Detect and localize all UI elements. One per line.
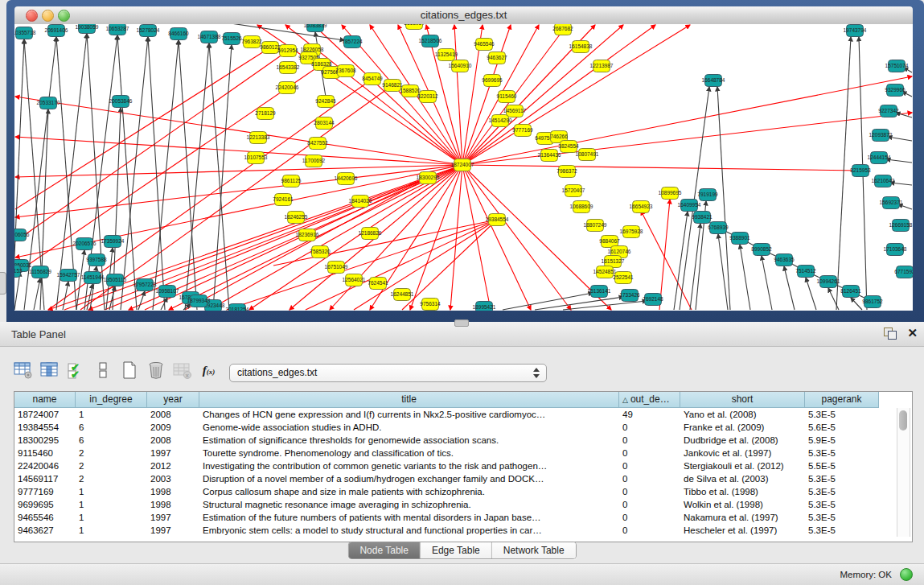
network-edge: [851, 298, 862, 310]
table-scrollbar[interactable]: [897, 408, 910, 537]
network-edge: [784, 266, 795, 310]
network-node-label: 11156829: [29, 269, 51, 274]
network-node-label: 10958107: [156, 288, 179, 294]
network-edge: [117, 35, 137, 310]
table-row[interactable]: 911546021997Tourette syndrome. Phenomeno…: [14, 447, 912, 459]
table-mode-button[interactable]: [13, 360, 33, 381]
network-node-label: 7624541: [368, 280, 388, 286]
network-edge: [15, 47, 270, 209]
table-row[interactable]: 977716911998Corpus callosum shape and si…: [14, 485, 912, 498]
network-node-label: 7986372: [556, 168, 577, 174]
column-header-name[interactable]: name: [14, 392, 76, 408]
network-node-label: 10688609: [570, 204, 593, 209]
cell-short: de Silva et al. (2003): [680, 472, 805, 485]
table-header-row: namein_degreeyeartitle△out_de…shortpager…: [14, 392, 879, 408]
network-node-label: 8813054: [404, 24, 425, 26]
tab-network-table[interactable]: Network Table: [492, 542, 576, 558]
cell-name: 18300295: [14, 434, 76, 447]
table-selector-dropdown[interactable]: citations_edges.txt: [229, 364, 547, 382]
network-edge: [740, 245, 750, 310]
close-panel-icon[interactable]: ✕: [907, 326, 918, 340]
column-header-in_degree[interactable]: in_degree: [76, 392, 147, 408]
cell-out_de: 0: [619, 472, 680, 485]
panel-collapse-grip[interactable]: [0, 272, 6, 295]
table-row[interactable]: 1456911722003Disruption of a novel membe…: [14, 472, 912, 485]
network-edge: [273, 220, 497, 266]
table-scrollbar-thumb[interactable]: [899, 410, 907, 431]
table-row[interactable]: 969969511998Structural magnetic resonanc…: [14, 498, 912, 511]
cell-short: Hescheler et al. (1997): [680, 524, 805, 537]
cell-short: Jankovic et al. (1997): [680, 447, 805, 459]
network-node-label: 8939153: [14, 268, 23, 274]
table-row[interactable]: 1872400712008Changes of HCN gene express…: [14, 408, 912, 421]
create-column-button[interactable]: [119, 360, 139, 381]
row-options-button[interactable]: [92, 360, 113, 381]
cell-pagerank: 5.3E-5: [805, 498, 879, 511]
network-node-label: 1733426: [619, 292, 640, 298]
column-header-short[interactable]: short: [680, 392, 805, 408]
column-header-pagerank[interactable]: pagerank: [805, 392, 879, 408]
delete-table-button[interactable]: x: [172, 360, 192, 381]
network-node-label: 10994261: [817, 278, 840, 284]
table-row[interactable]: 946362711997Embryonic stem cells: a mode…: [14, 524, 912, 537]
memory-status-label: Memory: OK: [840, 570, 892, 579]
cell-year: 1997: [147, 447, 199, 459]
network-node-label: 7585320: [310, 249, 331, 254]
network-node-label: 1588520: [400, 88, 421, 93]
network-node-label: 11451944: [81, 274, 105, 280]
cell-year: 2012: [147, 459, 199, 472]
cell-year: 2009: [147, 421, 199, 434]
cell-pagerank: 5.3E-5: [805, 511, 879, 524]
network-node-label: 2367608: [335, 68, 356, 73]
panel-divider-handle[interactable]: [454, 319, 469, 327]
network-node-label: 9861752: [862, 299, 883, 304]
cell-title: Embryonic stem cells: a model to study s…: [199, 524, 619, 537]
network-node-label: 8427552: [307, 140, 328, 146]
table-row[interactable]: 1830029562008Estimation of significance …: [14, 434, 912, 447]
cell-title: Changes of HCN gene expression and I(f) …: [199, 408, 619, 421]
table-row[interactable]: 1938455462009Genome-wide association stu…: [14, 421, 912, 434]
tab-edge-table[interactable]: Edge Table: [421, 542, 492, 558]
network-node-label: 8220312: [417, 93, 438, 99]
network-node-label: 17359924: [101, 238, 125, 244]
cell-year: 1997: [147, 511, 199, 524]
network-node-label: 20181254: [226, 307, 249, 311]
cell-short: Nakamura et al. (1997): [680, 511, 805, 524]
network-node-label: 746266: [550, 134, 568, 139]
network-node-label: 9699695: [482, 77, 503, 83]
table-row[interactable]: 2242004622012Investigating the contribut…: [14, 459, 912, 472]
network-canvas[interactable]: 1872400718300295193845541035571820691406…: [14, 24, 913, 311]
float-panel-icon[interactable]: [884, 328, 897, 340]
cell-name: 18724007: [14, 408, 76, 421]
network-node-label: 16120746: [608, 249, 631, 254]
column-header-out_de[interactable]: △out_de…: [619, 392, 680, 408]
network-node-label: 16210643: [872, 178, 895, 183]
network-node-label: 19038059: [76, 24, 99, 30]
table-toolbar: ✔✔ x f(x): [13, 359, 219, 381]
network-edge: [402, 220, 497, 310]
table-row[interactable]: 946554611997Estimation of the future num…: [14, 511, 912, 524]
network-node-label: 7919199: [697, 192, 718, 197]
show-columns-button[interactable]: [39, 360, 60, 381]
function-builder-button[interactable]: f(x): [199, 360, 219, 381]
network-window-titlebar[interactable]: citations_edges.txt: [14, 6, 913, 25]
network-node-label: 10899695: [659, 190, 682, 196]
memory-status-led[interactable]: [900, 568, 913, 581]
column-header-year[interactable]: year: [147, 392, 199, 408]
network-node-label: 15136141: [588, 288, 611, 294]
network-edge: [462, 165, 531, 310]
network-node-label: 7963822: [241, 39, 262, 44]
network-edge: [806, 278, 816, 310]
network-edge: [659, 200, 670, 310]
cell-in_degree: 1: [76, 485, 147, 498]
network-node-label: 18799343: [187, 298, 211, 303]
select-columns-button[interactable]: ✔✔: [66, 360, 86, 381]
network-node-label: 18236916: [296, 232, 319, 237]
cell-name: 9463627: [14, 524, 76, 537]
delete-columns-button[interactable]: [146, 360, 166, 381]
tab-node-table[interactable]: Node Table: [348, 542, 421, 558]
status-bar: Memory: OK: [0, 563, 924, 585]
column-header-title[interactable]: title: [199, 392, 619, 408]
network-node-label: 12093872: [869, 132, 893, 138]
network-node-label: 6771592: [894, 269, 913, 274]
